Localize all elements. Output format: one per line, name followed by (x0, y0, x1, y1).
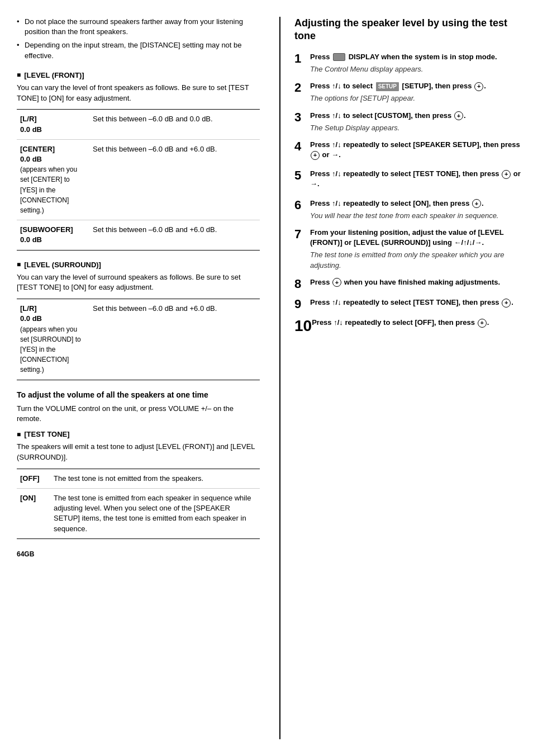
step-content-5: Press ↑/↓ repeatedly to select [TEST TON… (310, 169, 522, 191)
page-number: 64GB (17, 550, 260, 558)
level-front-table: [L/R] 0.0 dB Set this between –6.0 dB an… (17, 109, 260, 250)
step-5: 5 Press ↑/↓ repeatedly to select [TEST T… (294, 169, 522, 191)
step-content-7: From your listening position, adjust the… (310, 228, 522, 271)
step-content-2: Press ↑/↓ to select SETUP [SETUP], then … (310, 81, 522, 103)
table-row: [SUBWOOFER] 0.0 dB Set this between –6.0… (17, 220, 260, 250)
table-cell-label: [L/R] 0.0 dB (17, 110, 89, 139)
step-sub-3: The Setup Display appears. (310, 123, 522, 133)
test-tone-heading: [TEST TONE] (17, 430, 260, 438)
setup-icon: SETUP (376, 82, 399, 91)
table-cell-label: [L/R] 0.0 dB (appears when you set [SURR… (17, 299, 89, 380)
step-main-10: Press ↑/↓ repeatedly to select [OFF], th… (312, 318, 522, 328)
table-cell-desc: Set this between –6.0 dB and 0.0 dB. (89, 110, 260, 139)
step-7: 7 From your listening position, adjust t… (294, 228, 522, 271)
table-cell-desc: Set this between –6.0 dB and +6.0 dB. (89, 139, 260, 220)
step-sub-7: The test tone is emitted from only the s… (310, 250, 522, 270)
step-number-2: 2 (294, 81, 310, 94)
circle-plus-icon-4: + (311, 151, 320, 160)
circle-plus-icon-3: + (454, 111, 463, 120)
step-main-4: Press ↑/↓ repeatedly to select [SPEAKER … (310, 140, 522, 160)
step-number-3: 3 (294, 111, 310, 124)
step-content-3: Press ↑/↓ to select [CUSTOM], then press… (310, 111, 522, 133)
table-cell-desc: Set this between –6.0 dB and +6.0 dB. (89, 299, 260, 380)
right-title: Adjusting the speaker level by using the… (294, 17, 522, 43)
step-content-1: Press DISPLAY when the system is in stop… (310, 52, 522, 74)
tone-table: [OFF] The test tone is not emitted from … (17, 469, 260, 539)
level-front-heading: [LEVEL (FRONT)] (17, 71, 260, 79)
bullet-item: Depending on the input stream, the [DIST… (17, 40, 260, 60)
circle-plus-icon-10: + (478, 319, 487, 328)
column-divider (279, 17, 280, 739)
table-row: [L/R] 0.0 dB Set this between –6.0 dB an… (17, 110, 260, 139)
table-row: [L/R] 0.0 dB (appears when you set [SURR… (17, 299, 260, 380)
step-main-6: Press ↑/↓ repeatedly to select [ON], the… (310, 199, 522, 209)
step-number-5: 5 (294, 169, 310, 182)
circle-plus-icon-5: + (502, 170, 511, 179)
table-cell-desc: Set this between –6.0 dB and +6.0 dB. (89, 220, 260, 250)
circle-plus-icon-8: + (332, 278, 341, 287)
step-number-7: 7 (294, 228, 310, 241)
display-icon (333, 53, 345, 61)
step-6: 6 Press ↑/↓ repeatedly to select [ON], t… (294, 199, 522, 221)
step-sub-2: The options for [SETUP] appear. (310, 93, 522, 103)
step-number-6: 6 (294, 199, 310, 212)
tone-desc: The test tone is emitted from each speak… (50, 489, 260, 539)
step-1: 1 Press DISPLAY when the system is in st… (294, 52, 522, 74)
level-surround-heading: [LEVEL (SURROUND)] (17, 261, 260, 269)
step-3: 3 Press ↑/↓ to select [CUSTOM], then pre… (294, 111, 522, 133)
step-content-8: Press + when you have finished making ad… (310, 277, 522, 290)
table-row: [ON] The test tone is emitted from each … (17, 489, 260, 539)
left-column: Do not place the surround speakers farth… (17, 17, 274, 739)
step-main-7: From your listening position, adjust the… (310, 228, 522, 248)
step-2: 2 Press ↑/↓ to select SETUP [SETUP], the… (294, 81, 522, 103)
level-surround-text: You can vary the level of surround speak… (17, 272, 260, 294)
step-number-8: 8 (294, 277, 310, 291)
table-row: [OFF] The test tone is not emitted from … (17, 469, 260, 488)
level-surround-table: [L/R] 0.0 dB (appears when you set [SURR… (17, 299, 260, 380)
bullet-item: Do not place the surround speakers farth… (17, 17, 260, 37)
step-number-10: 10 (294, 318, 312, 335)
step-content-9: Press ↑/↓ repeatedly to select [TEST TON… (310, 297, 522, 310)
bullet-list: Do not place the surround speakers farth… (17, 17, 260, 61)
step-main-1: Press DISPLAY when the system is in stop… (310, 52, 522, 62)
step-10: 10 Press ↑/↓ repeatedly to select [OFF],… (294, 318, 522, 335)
tone-desc: The test tone is not emitted from the sp… (50, 469, 260, 488)
test-tone-text: The speakers will emit a test tone to ad… (17, 442, 260, 463)
volume-text: Turn the VOLUME control on the unit, or … (17, 404, 260, 425)
circle-plus-icon: + (474, 82, 483, 91)
circle-plus-icon-6: + (472, 199, 481, 208)
page: Do not place the surround speakers farth… (0, 0, 533, 756)
step-8: 8 Press + when you have finished making … (294, 277, 522, 291)
tone-label: [ON] (17, 489, 50, 539)
step-main-9: Press ↑/↓ repeatedly to select [TEST TON… (310, 297, 522, 308)
step-number-1: 1 (294, 52, 310, 65)
step-main-5: Press ↑/↓ repeatedly to select [TEST TON… (310, 169, 522, 189)
step-number-9: 9 (294, 297, 310, 311)
table-row: [CENTER] 0.0 dB (appears when you set [C… (17, 139, 260, 220)
step-main-2: Press ↑/↓ to select SETUP [SETUP], then … (310, 81, 522, 91)
step-content-10: Press ↑/↓ repeatedly to select [OFF], th… (312, 318, 522, 330)
step-main-8: Press + when you have finished making ad… (310, 277, 522, 287)
right-column: Adjusting the speaker level by using the… (286, 17, 522, 739)
steps-list: 1 Press DISPLAY when the system is in st… (294, 52, 522, 335)
circle-plus-icon-9: + (502, 299, 511, 308)
step-sub-6: You will hear the test tone from each sp… (310, 211, 522, 221)
tone-label: [OFF] (17, 469, 50, 488)
step-9: 9 Press ↑/↓ repeatedly to select [TEST T… (294, 297, 522, 311)
step-content-6: Press ↑/↓ repeatedly to select [ON], the… (310, 199, 522, 221)
step-content-4: Press ↑/↓ repeatedly to select [SPEAKER … (310, 140, 522, 162)
table-cell-label: [SUBWOOFER] 0.0 dB (17, 220, 89, 250)
table-cell-label: [CENTER] 0.0 dB (appears when you set [C… (17, 139, 89, 220)
level-front-text: You can vary the level of front speakers… (17, 83, 260, 104)
step-number-4: 4 (294, 140, 310, 153)
step-main-3: Press ↑/↓ to select [CUSTOM], then press… (310, 111, 522, 121)
volume-title: To adjust the volume of all the speakers… (17, 390, 260, 399)
step-sub-1: The Control Menu display appears. (310, 64, 522, 74)
step-4: 4 Press ↑/↓ repeatedly to select [SPEAKE… (294, 140, 522, 162)
